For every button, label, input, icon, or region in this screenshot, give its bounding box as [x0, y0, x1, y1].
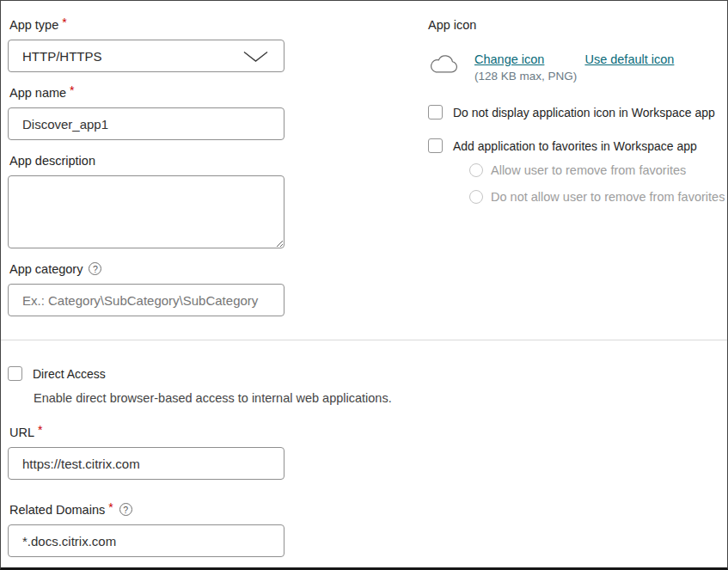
help-icon[interactable]: ? [119, 503, 132, 516]
app-category-label: App category ? [9, 262, 284, 276]
url-label: URL * [9, 426, 720, 439]
app-category-field: App category ? [8, 262, 284, 316]
direct-access-description: Enable direct browser-based access to in… [34, 391, 720, 405]
app-type-select[interactable]: HTTP/HTTPS [8, 40, 284, 72]
url-field: URL * [8, 426, 720, 480]
section-divider [1, 340, 727, 340]
app-name-field: App name * [8, 86, 284, 140]
allow-remove-radio[interactable] [469, 163, 483, 177]
direct-access-checkbox[interactable] [8, 366, 22, 381]
app-icon-row: Change icon Use default icon (128 KB max… [428, 52, 724, 83]
related-domains-label: Related Domains * ? [9, 503, 720, 517]
required-asterisk: * [108, 502, 113, 512]
checkbox-hide-icon-row[interactable]: Do not display application icon in Works… [428, 105, 724, 120]
app-icon-links: Change icon Use default icon [474, 52, 674, 66]
app-description-textarea[interactable] [8, 175, 284, 248]
checkbox-favorites-row[interactable]: Add application to favorites in Workspac… [428, 138, 724, 153]
hide-icon-checkbox[interactable] [428, 105, 443, 120]
related-domains-label-text: Related Domains [9, 503, 105, 517]
related-domains-input[interactable] [8, 524, 284, 557]
app-type-field: App type * HTTP/HTTPS [8, 18, 284, 72]
required-asterisk: * [38, 425, 42, 435]
required-asterisk: * [70, 85, 74, 95]
url-input[interactable] [8, 447, 284, 480]
cloud-icon [428, 54, 460, 80]
allow-remove-radio-label: Allow user to remove from favorites [491, 163, 686, 177]
app-type-label: App type * [9, 18, 284, 32]
app-description-label: App description [9, 154, 284, 168]
direct-access-label: Direct Access [33, 367, 106, 381]
use-default-icon-link[interactable]: Use default icon [584, 52, 674, 66]
left-column: App type * HTTP/HTTPS App name * [8, 18, 284, 340]
right-column: App icon Change icon Use default icon (1… [428, 18, 724, 340]
app-name-input[interactable] [8, 107, 284, 140]
app-icon-title: App icon [428, 18, 724, 32]
app-description-field: App description [8, 154, 284, 248]
radio-disallow-remove-row[interactable]: Do not allow user to remove from favorit… [469, 190, 724, 204]
help-icon[interactable]: ? [89, 262, 101, 275]
app-type-selected-value: HTTP/HTTPS [22, 49, 102, 64]
top-section: App type * HTTP/HTTPS App name * [1, 1, 727, 340]
app-category-input[interactable] [8, 284, 284, 316]
hide-icon-checkbox-label: Do not display application icon in Works… [453, 106, 715, 120]
chevron-down-icon [243, 51, 268, 63]
app-name-label: App name * [9, 86, 284, 100]
app-name-label-text: App name [9, 86, 66, 100]
url-label-text: URL [9, 426, 34, 439]
icon-size-note: (128 KB max, PNG) [474, 70, 674, 83]
favorites-checkbox-label: Add application to favorites in Workspac… [453, 139, 697, 153]
bottom-section: Direct Access Enable direct browser-base… [1, 366, 727, 557]
app-configuration-form: App type * HTTP/HTTPS App name * [0, 0, 728, 570]
required-asterisk: * [62, 17, 66, 28]
favorites-checkbox[interactable] [428, 138, 443, 153]
app-type-label-text: App type [9, 18, 58, 32]
direct-access-row[interactable]: Direct Access [8, 366, 720, 381]
radio-allow-remove-row[interactable]: Allow user to remove from favorites [469, 163, 724, 177]
related-domains-field: Related Domains * ? [8, 503, 720, 557]
change-icon-link[interactable]: Change icon [474, 52, 544, 66]
app-icon-actions: Change icon Use default icon (128 KB max… [474, 52, 674, 83]
app-category-label-text: App category [9, 262, 83, 276]
disallow-remove-radio-label: Do not allow user to remove from favorit… [491, 190, 725, 204]
disallow-remove-radio[interactable] [469, 190, 483, 204]
app-description-label-text: App description [9, 154, 95, 168]
